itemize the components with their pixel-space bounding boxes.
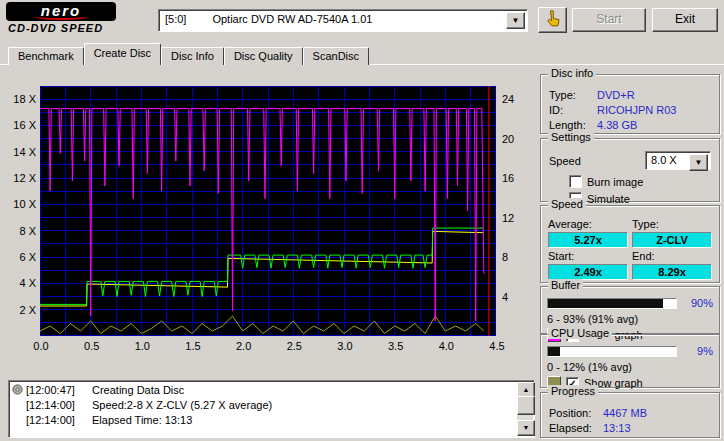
y-axis-right-label: 12 <box>502 212 526 224</box>
cpu-percent: 9% <box>683 345 713 357</box>
settings-title: Settings <box>548 131 594 143</box>
disc-info-row: ID: RICOHJPN R03 <box>549 102 711 117</box>
buffer-range: 6 - 93% (91% avg) <box>541 309 719 325</box>
start-value: 2.49x <box>548 264 628 280</box>
log-entry-icon <box>12 384 26 397</box>
y-axis-right-label: 16 <box>502 172 526 184</box>
y-axis-left-label: 8 X <box>8 225 36 237</box>
y-axis-left-label: 18 X <box>8 93 36 105</box>
elapsed-label: Elapsed: <box>549 422 603 434</box>
buffer-percent: 90% <box>683 297 713 309</box>
log-text: Elapsed Time: 13:13 <box>92 414 192 426</box>
dropdown-arrow-icon[interactable]: ▼ <box>506 12 525 29</box>
y-axis-left-label: 12 X <box>8 172 36 184</box>
end-label: End: <box>632 250 712 262</box>
app-window: { "window": { "brand": "nero", "product"… <box>0 0 724 441</box>
log-entry: [12:14:00] Speed:2-8 X Z-CLV (5.27 X ave… <box>9 398 534 412</box>
disc-length-label: Length: <box>549 119 597 131</box>
eject-hand-button[interactable] <box>538 7 567 33</box>
log-time: [12:00:47] <box>26 384 92 396</box>
dropdown-arrow-icon[interactable]: ▼ <box>689 154 708 171</box>
y-axis-right-label: 4 <box>502 291 526 303</box>
type-value: Z-CLV <box>632 232 712 248</box>
average-value: 5.27x <box>548 232 628 248</box>
series-write-speed <box>40 228 484 304</box>
hand-cursor-icon <box>543 9 563 29</box>
settings-group: Settings Speed 8.0 X ▼ Burn image Simula… <box>540 138 720 202</box>
burn-image-checkbox[interactable] <box>569 175 582 188</box>
log-time: [12:14:00] <box>26 414 92 426</box>
start-label: Start: <box>548 250 628 262</box>
series-requested-speed <box>40 231 484 306</box>
drive-select[interactable]: [5:0]Optiarc DVD RW AD-7540A 1.01 ▼ <box>158 9 528 32</box>
y-axis-right-label: 8 <box>502 251 526 263</box>
position-label: Position: <box>549 407 603 419</box>
x-axis-label: 3.5 <box>385 340 407 352</box>
log-time: [12:14:00] <box>26 399 92 411</box>
speed-group: Speed Average: Type: 5.27x Z-CLV Start: … <box>540 205 720 283</box>
log-text: Creating Data Disc <box>92 384 184 396</box>
speed-select-label: Speed <box>549 155 645 167</box>
tab-scandisc[interactable]: ScanDisc <box>303 47 369 65</box>
log-text: Speed:2-8 X Z-CLV (5.27 X average) <box>92 399 272 411</box>
cpu-title: CPU Usage <box>548 327 612 339</box>
cpu-bar-fill <box>548 347 560 356</box>
cpu-range: 0 - 12% (1% avg) <box>541 357 719 373</box>
y-axis-left-label: 10 X <box>8 198 36 210</box>
position-value: 4467 MB <box>603 407 647 419</box>
x-axis-label: 2.5 <box>283 340 305 352</box>
y-axis-right-label: 20 <box>502 133 526 145</box>
log-entry: [12:14:00] Elapsed Time: 13:13 <box>9 413 534 427</box>
tab-benchmark[interactable]: Benchmark <box>8 47 84 65</box>
cpu-group: CPU Usage 9% 0 - 12% (1% avg) Show graph <box>540 334 720 388</box>
x-axis-label: 0.5 <box>81 340 103 352</box>
start-button[interactable]: Start <box>572 8 646 32</box>
average-label: Average: <box>548 218 628 230</box>
cpu-meter <box>547 346 677 357</box>
x-axis-label: 3.0 <box>334 340 356 352</box>
y-axis-right-label: 24 <box>502 93 526 105</box>
log-entry: [12:00:47] Creating Data Disc <box>9 383 534 397</box>
log-scrollbar[interactable]: ▲ ▼ <box>517 382 533 436</box>
disc-info-group: Disc info Type: DVD+R ID: RICOHJPN R03 L… <box>540 74 720 134</box>
x-axis-label: 0.0 <box>30 340 52 352</box>
y-axis-left-label: 6 X <box>8 251 36 263</box>
speed-chart: 2 X4 X6 X8 X10 X12 X14 X16 X18 X48121620… <box>8 72 540 374</box>
tab-disc-quality[interactable]: Disc Quality <box>224 47 303 65</box>
buffer-title: Buffer <box>548 279 583 291</box>
x-axis-label: 4.5 <box>486 340 508 352</box>
exit-button[interactable]: Exit <box>652 8 718 32</box>
speed-select-value: 8.0 X <box>651 154 677 166</box>
series-buffer-level <box>40 109 484 322</box>
tab-disc-info[interactable]: Disc Info <box>161 47 224 65</box>
chart-plot-area <box>40 86 496 336</box>
elapsed-value: 13:13 <box>603 422 631 434</box>
type-label: Type: <box>632 218 712 230</box>
simulate-label: Simulate <box>587 193 630 205</box>
scroll-down-icon[interactable]: ▼ <box>517 420 535 436</box>
disc-type-label: Type: <box>549 89 597 101</box>
tab-create-disc[interactable]: Create Disc <box>84 43 161 65</box>
series-cpu-usage <box>40 316 484 334</box>
nero-logo: nero <box>6 2 116 21</box>
tab-strip: Benchmark Create Disc Disc Info Disc Qua… <box>8 44 369 65</box>
y-axis-left-label: 14 X <box>8 146 36 158</box>
y-axis-left-label: 16 X <box>8 119 36 131</box>
product-title: CD-DVD SPEED <box>8 22 103 34</box>
y-axis-left-label: 2 X <box>8 304 36 316</box>
disc-id-value: RICOHJPN R03 <box>597 104 676 116</box>
disc-length-value: 4.38 GB <box>597 119 637 131</box>
end-value: 8.29x <box>632 264 712 280</box>
disc-type-value: DVD+R <box>597 89 635 101</box>
x-axis-label: 1.5 <box>182 340 204 352</box>
x-axis-label: 4.0 <box>435 340 457 352</box>
scrollbar-thumb[interactable] <box>517 396 535 415</box>
burn-image-label: Burn image <box>587 176 643 188</box>
disc-info-row: Type: DVD+R <box>549 87 711 102</box>
speed-select[interactable]: 8.0 X ▼ <box>645 151 711 170</box>
y-axis-left-label: 4 X <box>8 277 36 289</box>
disc-icon <box>12 384 23 395</box>
buffer-meter <box>547 298 677 309</box>
disc-info-row: Length: 4.38 GB <box>549 117 711 132</box>
disc-id-label: ID: <box>549 104 597 116</box>
